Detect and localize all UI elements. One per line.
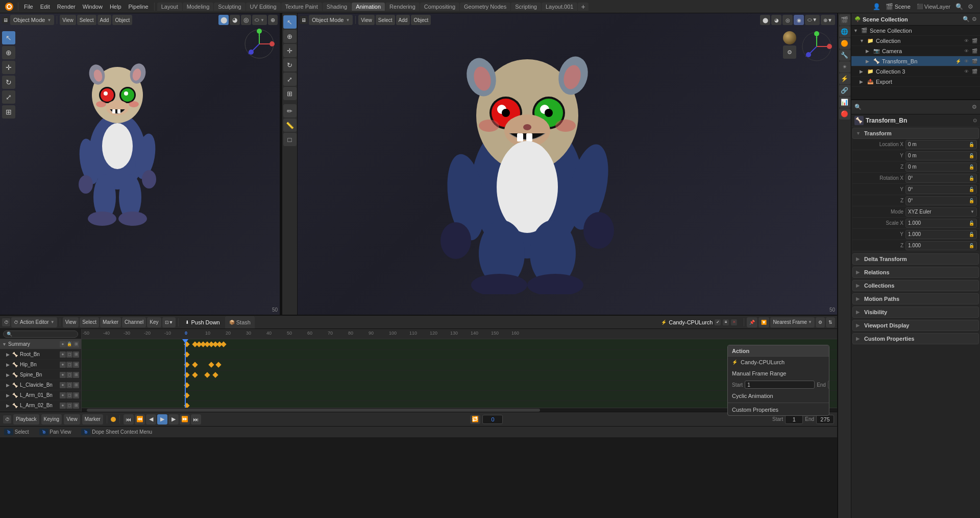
timeline-prop-btn[interactable]: ⚙ (816, 317, 825, 327)
tool-measure[interactable]: 📏 (283, 119, 297, 132)
scale-y-value[interactable]: 1.000 🔓 (905, 230, 977, 239)
vp-right-overlay[interactable]: ⬭▼ (805, 15, 820, 25)
view-playback-menu[interactable]: View (64, 414, 80, 425)
ch-vis-1[interactable]: ● (60, 351, 66, 358)
prop-tab-modifier[interactable]: 🔧 (839, 50, 850, 61)
vp-left-select-menu[interactable]: Select (77, 15, 96, 25)
loop-mode-btn[interactable]: 🔁 (470, 415, 480, 424)
relations-header[interactable]: ▶ Relations (852, 267, 979, 278)
lock-z-btn[interactable]: 🔓 (969, 164, 974, 170)
tab-sculpting[interactable]: Sculpting (214, 3, 245, 11)
ch-vis-6[interactable]: ● (60, 403, 66, 409)
jump-end-btn[interactable]: ⏭ (191, 414, 201, 425)
vp-right-select[interactable]: Select (376, 15, 395, 25)
shading-sphere[interactable] (783, 31, 796, 44)
tool-move[interactable]: ✛ (2, 61, 15, 74)
vp-right-object[interactable]: Object (411, 15, 431, 25)
channel-larm01-bn[interactable]: ▶ 🦴 L_Arm_01_Bn ● ◻ ⊞ (0, 390, 81, 401)
outliner-transform-bn[interactable]: ▶ 🦴 Transform_Bn ⚡ 👁 🎬 (851, 56, 980, 66)
menu-window[interactable]: Window (80, 3, 106, 11)
tool-scale-right[interactable]: ⤢ (283, 73, 297, 86)
channel-larm02-bn[interactable]: ▶ 🦴 L_Arm_02_Bn ● ◻ ⊞ (0, 401, 81, 411)
keying-menu[interactable]: Keying (41, 414, 62, 425)
settings-icon[interactable]: ⚙ (966, 2, 975, 11)
vp-right-view[interactable]: View (358, 15, 375, 25)
prop-filter-btn[interactable]: ⚙ (972, 104, 977, 110)
playback-editor-icon[interactable]: ⏱ (3, 415, 11, 423)
timeline-expand-btn[interactable]: ⇅ (826, 317, 835, 327)
vp-right-gizmo[interactable]: ⊕▼ (821, 15, 835, 25)
timeline-tab-stash[interactable]: 📦 Stash (225, 316, 255, 328)
ch-exp-3[interactable]: ⊞ (73, 372, 79, 378)
tab-rendering[interactable]: Rendering (385, 3, 420, 11)
jump-start-btn[interactable]: ⏮ (124, 414, 134, 425)
armature-eye-btn[interactable]: 👁 (963, 58, 970, 65)
tool-move-right[interactable]: ✛ (283, 44, 297, 57)
vp-right-add[interactable]: Add (396, 15, 410, 25)
prop-tab-constraints[interactable]: 🔗 (839, 85, 850, 96)
location-y-value[interactable]: 0 m 🔓 (905, 151, 977, 160)
tab-scripting[interactable]: Scripting (511, 3, 541, 11)
delta-header[interactable]: ▶ Delta Transform (852, 253, 979, 265)
tool-cursor-right[interactable]: ⊕ (283, 30, 297, 43)
prop-tab-world[interactable]: 🌐 (839, 26, 850, 37)
lock-sx-btn[interactable]: 🔓 (969, 221, 974, 226)
timeline-ruler[interactable]: -50 -40 -30 -20 -10 0 10 20 30 40 50 60 … (82, 329, 837, 339)
vp-right-rendered[interactable]: ◎ (782, 15, 793, 25)
tab-texture-paint[interactable]: Texture Paint (281, 3, 322, 11)
ch-vis-3[interactable]: ● (60, 372, 66, 378)
prop-tab-data[interactable]: 📊 (839, 97, 850, 108)
coll3-eye-btn[interactable]: 👁 (963, 68, 970, 75)
timeline-pin-btn[interactable]: 📌 (747, 317, 757, 327)
channel-root-bn[interactable]: ▶ 🦴 Root_Bn ● ◻ ⊞ (0, 349, 81, 360)
ch-sel-6[interactable]: ◻ (66, 403, 72, 409)
collection-eye-btn[interactable]: 👁 (963, 37, 970, 44)
vp-right-lookdev[interactable]: ◉ (794, 15, 804, 25)
prop-tab-particles[interactable]: ✴ (839, 61, 850, 73)
prev-frame-btn[interactable]: ⏪ (135, 414, 145, 425)
timeline-tab-pushdown[interactable]: ⬇ Push Down (181, 316, 224, 328)
outliner-export[interactable]: ▶ 📤 Export (851, 77, 980, 87)
location-z-value[interactable]: 0 m 🔓 (905, 162, 977, 172)
marker-menu[interactable]: Marker (82, 414, 103, 425)
ch-vis-2[interactable]: ● (60, 362, 66, 368)
menu-file[interactable]: File (21, 3, 36, 11)
armature-render-btn[interactable]: 🎬 (971, 58, 978, 65)
timeline-select-menu[interactable]: Select (80, 317, 99, 327)
lock-rx-btn[interactable]: 🔓 (969, 176, 974, 181)
start-frame-input[interactable]: 1 (785, 415, 803, 424)
ch-sel-2[interactable]: ◻ (66, 362, 72, 368)
lock-sz-btn[interactable]: 🔓 (969, 243, 974, 248)
tool-select[interactable]: ↖ (2, 31, 15, 44)
action-popup-end-input[interactable] (828, 381, 829, 389)
current-frame-display[interactable]: 0 (482, 415, 503, 424)
viewport-display-header[interactable]: ▶ Viewport Display (852, 320, 979, 331)
action-browse-btn[interactable]: ≡ (723, 319, 729, 325)
channel-summary[interactable]: ▼ Summary ● 🔒 ⊞ (0, 339, 81, 349)
coll3-render-btn[interactable]: 🎬 (971, 68, 978, 75)
vp-left-view-menu[interactable]: View (60, 15, 76, 25)
lock-ry-btn[interactable]: 🔓 (969, 187, 974, 192)
tab-layout-001[interactable]: Layout.001 (542, 3, 577, 11)
action-popup-custom-props[interactable]: Custom Properties (728, 404, 829, 415)
outliner-camera[interactable]: ▶ 📷 Camera 👁 🎬 (851, 46, 980, 56)
tab-modeling[interactable]: Modeling (183, 3, 214, 11)
timeline-editor-icon[interactable]: ⏱ (2, 318, 10, 326)
tool-add-cube[interactable]: □ (283, 133, 297, 146)
ch-sel-5[interactable]: ◻ (66, 392, 72, 398)
lock-x-btn[interactable]: 🔓 (969, 142, 974, 147)
vp-left-gizmo-btn[interactable]: ⊕ (268, 15, 278, 25)
ch-lock-icon[interactable]: 🔒 (66, 341, 72, 347)
rotation-mode-value[interactable]: XYZ Euler ▼ (905, 207, 977, 217)
menu-edit[interactable]: Edit (37, 3, 53, 11)
location-x-value[interactable]: 0 m 🔓 (905, 140, 977, 149)
prop-tab-material[interactable]: 🔴 (839, 108, 850, 120)
armature-key-btn[interactable]: ⚡ (954, 58, 962, 65)
tab-uv-editing[interactable]: UV Editing (246, 3, 281, 11)
tool-transform[interactable]: ⊞ (2, 105, 15, 119)
ch-sel-3[interactable]: ◻ (66, 372, 72, 378)
lock-sy-btn[interactable]: 🔓 (969, 232, 974, 237)
ch-exp-1[interactable]: ⊞ (73, 351, 79, 358)
viewport-gizmo-right[interactable]: X Y Z (801, 31, 832, 63)
vp-left-shading-render[interactable]: ◎ (241, 15, 251, 25)
